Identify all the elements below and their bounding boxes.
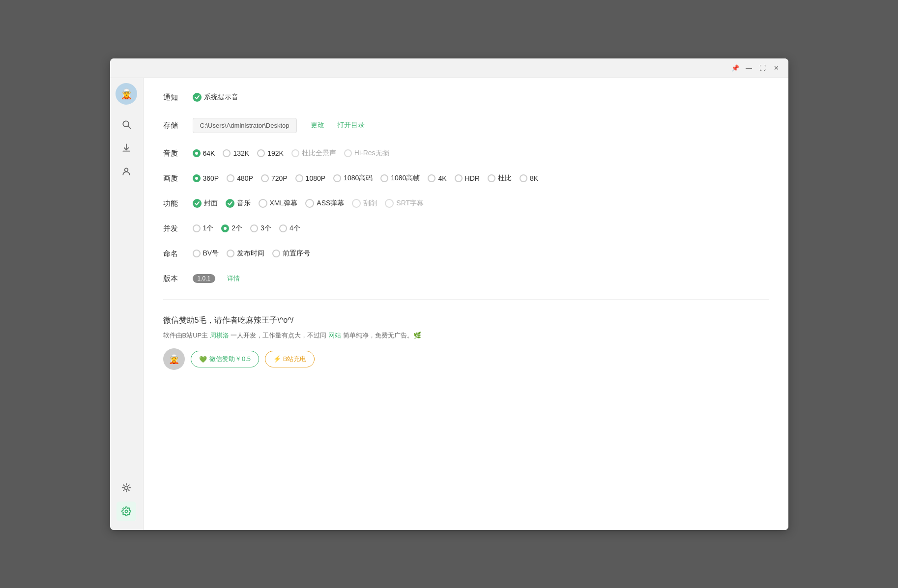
svg-line-8 xyxy=(123,485,124,486)
storage-path: C:\Users\Administrator\Desktop xyxy=(193,118,297,133)
svg-line-1 xyxy=(128,126,131,128)
feature-scrape[interactable]: 刮削 xyxy=(352,199,377,208)
promo-title: 微信赞助5毛，请作者吃麻辣王子\^o^/ xyxy=(163,315,769,326)
wechat-donate-button[interactable]: 💚 微信赞助 ¥ 0.5 xyxy=(191,351,260,367)
naming-publish-time[interactable]: 发布时间 xyxy=(227,249,264,258)
app-window: 📌 — ⛶ ✕ 🧝 xyxy=(110,58,788,530)
minimize-button[interactable]: — xyxy=(743,62,755,74)
svg-line-11 xyxy=(123,490,124,491)
video-480p[interactable]: 480P xyxy=(227,174,253,182)
promo-desc: 软件由B站UP主 周棋洛 一人开发，工作量有点大，不过同 网站 简单纯净，免费无… xyxy=(163,331,769,341)
audio-controls: 64K 132K 192K 杜比全景声 xyxy=(193,149,389,158)
video-hdr[interactable]: HDR xyxy=(455,174,480,182)
video-1080hfr[interactable]: 1080高帧 xyxy=(380,174,420,183)
divider xyxy=(163,299,769,300)
video-dolby[interactable]: 杜比 xyxy=(488,174,512,183)
feature-controls: 封面 音乐 XML弹幕 xyxy=(193,199,424,208)
naming-bvid[interactable]: BV号 xyxy=(193,249,219,258)
audio-label: 音质 xyxy=(163,149,193,158)
author-avatar: 🧝 xyxy=(163,348,185,370)
close-button[interactable]: ✕ xyxy=(771,62,782,74)
video-label: 画质 xyxy=(163,174,193,183)
download-icon[interactable] xyxy=(116,138,136,158)
author-link[interactable]: 周棋洛 xyxy=(210,332,229,339)
audio-192k-radio xyxy=(257,149,265,157)
naming-prefix-num[interactable]: 前置序号 xyxy=(272,249,310,258)
video-8k[interactable]: 8K xyxy=(520,174,538,182)
concurrent-1[interactable]: 1个 xyxy=(193,224,214,233)
naming-prefix-num-radio xyxy=(272,250,280,257)
settings-icon[interactable] xyxy=(116,502,136,521)
audio-64k-radio xyxy=(193,149,201,157)
audio-hires[interactable]: Hi-Res无损 xyxy=(344,149,389,158)
feature-cover[interactable]: 封面 xyxy=(193,199,218,208)
promo-buttons: 🧝 💚 微信赞助 ¥ 0.5 ⚡ B站充电 xyxy=(163,348,769,370)
notification-value: 系统提示音 xyxy=(204,93,238,102)
feature-label: 功能 xyxy=(163,199,193,208)
titlebar: 📌 — ⛶ ✕ xyxy=(110,58,788,78)
version-number: 1.0.1 xyxy=(193,274,216,283)
feature-music[interactable]: 音乐 xyxy=(226,199,251,208)
version-detail-link[interactable]: 详情 xyxy=(227,274,240,283)
video-1080hbr[interactable]: 1080高码 xyxy=(333,174,373,183)
naming-label: 命名 xyxy=(163,249,193,258)
version-row: 版本 1.0.1 详情 xyxy=(163,274,769,283)
bilibili-charge-button[interactable]: ⚡ B站充电 xyxy=(265,351,315,367)
storage-row: 存储 C:\Users\Administrator\Desktop 更改 打开目… xyxy=(163,118,769,133)
video-4k[interactable]: 4K xyxy=(428,174,446,182)
naming-publish-time-radio xyxy=(227,250,234,257)
concurrent-2[interactable]: 2个 xyxy=(221,224,242,233)
audio-dolby-atmos-radio xyxy=(291,149,299,157)
concurrent-3-radio xyxy=(250,224,258,232)
audio-64k[interactable]: 64K xyxy=(193,149,215,157)
theme-icon[interactable] xyxy=(116,478,136,498)
sidebar: 🧝 xyxy=(110,78,144,530)
feature-ass-danmaku[interactable]: ASS弹幕 xyxy=(305,199,344,208)
svg-line-9 xyxy=(128,490,129,491)
audio-hires-radio xyxy=(344,149,352,157)
notification-label: 通知 xyxy=(163,93,193,102)
concurrent-4-radio xyxy=(279,224,287,232)
audio-dolby-atmos[interactable]: 杜比全景声 xyxy=(291,149,336,158)
concurrent-controls: 1个 2个 3个 4个 xyxy=(193,224,300,233)
video-720p-radio xyxy=(261,174,269,182)
feature-srt[interactable]: SRT字幕 xyxy=(385,199,424,208)
search-icon[interactable] xyxy=(116,114,136,134)
video-8k-radio xyxy=(520,174,527,182)
video-480p-radio xyxy=(227,174,234,182)
feature-music-check xyxy=(226,199,234,208)
feature-ass-check xyxy=(305,199,314,208)
notification-row: 通知 系统提示音 xyxy=(163,93,769,102)
naming-controls: BV号 发布时间 前置序号 xyxy=(193,249,311,258)
concurrent-3[interactable]: 3个 xyxy=(250,224,271,233)
version-label: 版本 xyxy=(163,274,193,283)
maximize-button[interactable]: ⛶ xyxy=(757,62,769,74)
feature-xml-danmaku[interactable]: XML弹幕 xyxy=(259,199,298,208)
video-row: 画质 360P 480P 720P xyxy=(163,174,769,183)
video-1080p-radio xyxy=(295,174,303,182)
svg-point-3 xyxy=(125,486,128,489)
storage-open-button[interactable]: 打开目录 xyxy=(337,121,365,130)
svg-point-12 xyxy=(125,510,128,512)
video-360p[interactable]: 360P xyxy=(193,174,219,182)
storage-change-button[interactable]: 更改 xyxy=(311,121,324,130)
user-icon[interactable] xyxy=(116,162,136,181)
video-720p[interactable]: 720P xyxy=(261,174,288,182)
avatar[interactable]: 🧝 xyxy=(116,83,137,105)
concurrent-2-radio xyxy=(221,224,229,232)
pin-button[interactable]: 📌 xyxy=(729,62,741,74)
audio-192k[interactable]: 192K xyxy=(257,149,284,157)
naming-bvid-radio xyxy=(193,250,201,257)
concurrent-label: 并发 xyxy=(163,224,193,233)
feature-row: 功能 封面 xyxy=(163,199,769,208)
concurrent-1-radio xyxy=(193,224,201,232)
video-1080p[interactable]: 1080P xyxy=(295,174,325,182)
audio-132k[interactable]: 132K xyxy=(223,149,249,157)
storage-label: 存储 xyxy=(163,121,193,130)
video-4k-radio xyxy=(428,174,435,182)
website-link[interactable]: 网站 xyxy=(328,332,341,339)
notification-system-sound[interactable]: 系统提示音 xyxy=(193,93,238,102)
concurrent-4[interactable]: 4个 xyxy=(279,224,300,233)
feature-xml-check xyxy=(259,199,267,208)
video-360p-radio xyxy=(193,174,201,182)
